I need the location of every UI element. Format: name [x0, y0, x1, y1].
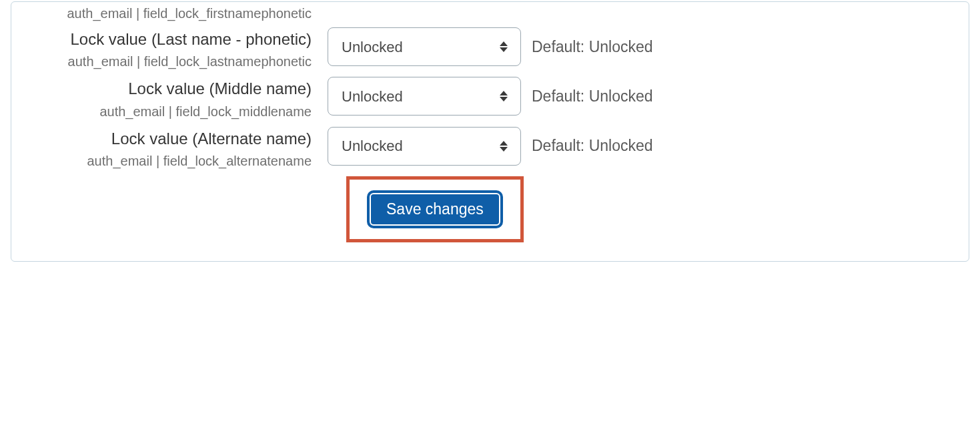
select-wrap: Unlocked [328, 127, 521, 166]
control-col: Unlocked Default: Unlocked [328, 123, 653, 166]
default-text: Default: Unlocked [532, 87, 653, 105]
setting-meta: auth_email | field_lock_alternatename [27, 151, 312, 171]
select-wrap: Unlocked [328, 27, 521, 66]
lock-select-lastname-phonetic[interactable]: Unlocked [328, 27, 521, 66]
lock-select-alternatename[interactable]: Unlocked [328, 127, 521, 166]
lock-select-middlename[interactable]: Unlocked [328, 77, 521, 116]
setting-label: Lock value (Alternate name) [27, 128, 312, 150]
setting-label: Lock value (Middle name) [27, 78, 312, 99]
default-text: Default: Unlocked [532, 38, 653, 56]
control-col: Unlocked Default: Unlocked [328, 23, 653, 66]
highlight-box: Save changes [346, 176, 524, 242]
setting-row-middlename: Lock value (Middle name) auth_email | fi… [27, 73, 953, 121]
control-col: Unlocked Default: Unlocked [328, 73, 653, 116]
label-col: Lock value (Alternate name) auth_email |… [27, 123, 328, 171]
button-row: Save changes [27, 176, 953, 242]
orphan-meta-row: auth_email | field_lock_firstnamephoneti… [27, 2, 953, 23]
select-wrap: Unlocked [328, 77, 521, 116]
default-text: Default: Unlocked [532, 137, 653, 155]
save-changes-button[interactable]: Save changes [368, 192, 502, 227]
setting-meta: auth_email | field_lock_lastnamephonetic [27, 51, 312, 71]
setting-meta: auth_email | field_lock_firstnamephoneti… [27, 3, 312, 23]
label-col: Lock value (Middle name) auth_email | fi… [27, 73, 328, 121]
settings-panel: auth_email | field_lock_firstnamephoneti… [11, 1, 969, 262]
setting-row-alternatename: Lock value (Alternate name) auth_email |… [27, 123, 953, 171]
setting-label: Lock value (Last name - phonetic) [27, 29, 312, 50]
label-col: Lock value (Last name - phonetic) auth_e… [27, 23, 328, 71]
setting-row-lastname-phonetic: Lock value (Last name - phonetic) auth_e… [27, 23, 953, 71]
setting-meta: auth_email | field_lock_middlename [27, 101, 312, 122]
